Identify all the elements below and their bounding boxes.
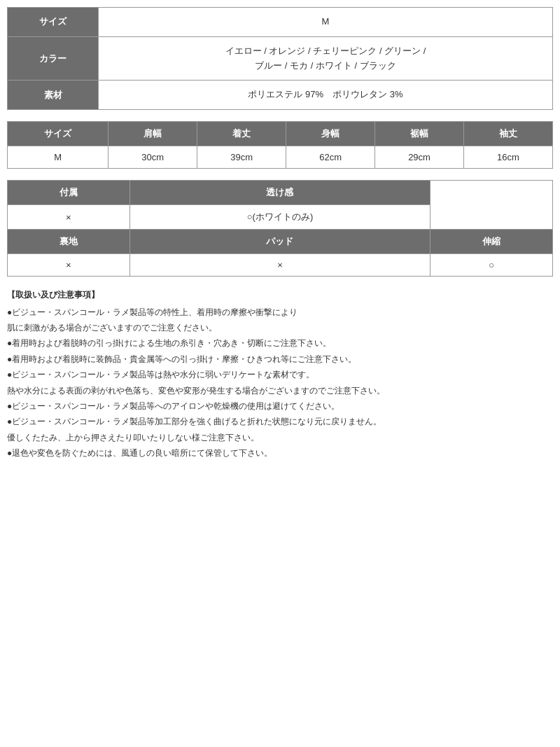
prop-header-sukegane: 透け感 <box>130 181 430 205</box>
notes-item: ●ビジュー・スパンコール・ラメ製品等加工部分を強く曲げると折れた状態になり元に戻… <box>7 414 553 428</box>
size-table-cell: 39cm <box>197 146 286 169</box>
table1-value: M <box>99 8 553 37</box>
notes-item: 熱や水分による表面の剥がれや色落ち、変色や変形が発生する場合がございますのでご注… <box>7 384 553 398</box>
prop-value-fuzo: × <box>8 205 130 230</box>
size-table-cell: M <box>8 146 108 169</box>
notes-item: ●ビジュー・スパンコール・ラメ製品等は熱や水分に弱いデリケートな素材です。 <box>7 368 553 382</box>
table1-header: 素材 <box>8 81 99 110</box>
notes-title: 【取扱い及び注意事項】 <box>7 288 553 302</box>
size-table-header: 裾幅 <box>375 122 464 146</box>
notes-item: ●ビジュー・スパンコール・ラメ製品等へのアイロンや乾燥機の使用は避けてください。 <box>7 399 553 413</box>
notes-item: 肌に刺激がある場合がございますのでご注意ください。 <box>7 321 553 335</box>
notes-item: ●着用時および着脱時の引っ掛けによる生地の糸引き・穴あき・切断にご注意下さい。 <box>7 336 553 350</box>
prop-header-fuzo: 付属 <box>8 181 130 205</box>
main-info-table: サイズMカラーイエロー / オレンジ / チェリーピンク / グリーン /ブルー… <box>7 7 553 110</box>
size-table-header: サイズ <box>8 122 108 146</box>
size-chart-section: サイズ肩幅着丈身幅裾幅袖丈 M30cm39cm62cm29cm16cm <box>7 121 553 169</box>
main-info-section: サイズMカラーイエロー / オレンジ / チェリーピンク / グリーン /ブルー… <box>7 7 553 110</box>
size-table-cell: 62cm <box>286 146 375 169</box>
prop-header-0: 裏地 <box>8 230 130 254</box>
properties-table: 付属透け感×○(ホワイトのみ)裏地パッド伸縮××○ <box>7 180 553 277</box>
notes-section: 【取扱い及び注意事項】 ●ビジュー・スパンコール・ラメ製品等の特性上、着用時の摩… <box>7 288 553 460</box>
size-table-header: 身幅 <box>286 122 375 146</box>
prop-value-row2-0: × <box>8 254 130 277</box>
table1-value: イエロー / オレンジ / チェリーピンク / グリーン /ブルー / モカ /… <box>99 36 553 81</box>
size-table-cell: 30cm <box>108 146 197 169</box>
properties-section: 付属透け感×○(ホワイトのみ)裏地パッド伸縮××○ <box>7 180 553 277</box>
notes-item: 優しくたたみ、上から押さえたり叩いたりしない様ご注意下さい。 <box>7 431 553 445</box>
size-table-header: 袖丈 <box>464 122 553 146</box>
prop-header-1: パッド <box>130 230 430 254</box>
size-table-cell: 29cm <box>375 146 464 169</box>
notes-item: ●ビジュー・スパンコール・ラメ製品等の特性上、着用時の摩擦や衝撃により <box>7 305 553 319</box>
table1-header: サイズ <box>8 8 99 37</box>
notes-item: ●退色や変色を防ぐためには、風通しの良い暗所にて保管して下さい。 <box>7 446 553 460</box>
prop-value-row2-1: × <box>130 254 430 277</box>
size-table-header: 着丈 <box>197 122 286 146</box>
size-table-cell: 16cm <box>464 146 553 169</box>
table1-header: カラー <box>8 36 99 81</box>
prop-value-row2-2: ○ <box>430 254 553 277</box>
size-table-header: 肩幅 <box>108 122 197 146</box>
table1-value: ポリエステル 97% ポリウレタン 3% <box>99 81 553 110</box>
prop-value-sukegane: ○(ホワイトのみ) <box>130 205 430 230</box>
notes-item: ●着用時および着脱時に装飾品・貴金属等への引っ掛け・摩擦・ひきつれ等にご注意下さ… <box>7 352 553 366</box>
prop-header-2: 伸縮 <box>430 230 553 254</box>
size-chart-table: サイズ肩幅着丈身幅裾幅袖丈 M30cm39cm62cm29cm16cm <box>7 121 553 169</box>
